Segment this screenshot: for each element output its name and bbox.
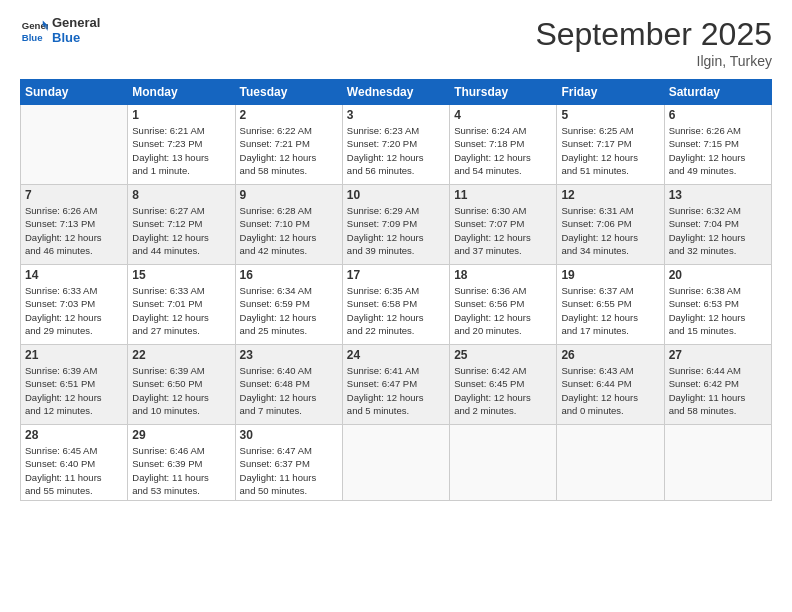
day-info: Sunrise: 6:40 AMSunset: 6:48 PMDaylight:… (240, 364, 338, 417)
day-info: Sunrise: 6:33 AMSunset: 7:01 PMDaylight:… (132, 284, 230, 337)
day-info: Sunrise: 6:45 AMSunset: 6:40 PMDaylight:… (25, 444, 123, 497)
logo-blue-text: Blue (52, 31, 100, 46)
calendar-day-cell: 18Sunrise: 6:36 AMSunset: 6:56 PMDayligh… (450, 265, 557, 345)
calendar-day-cell: 19Sunrise: 6:37 AMSunset: 6:55 PMDayligh… (557, 265, 664, 345)
day-info: Sunrise: 6:31 AMSunset: 7:06 PMDaylight:… (561, 204, 659, 257)
day-number: 25 (454, 348, 552, 362)
day-info: Sunrise: 6:23 AMSunset: 7:20 PMDaylight:… (347, 124, 445, 177)
day-header-friday: Friday (557, 80, 664, 105)
calendar-day-cell: 21Sunrise: 6:39 AMSunset: 6:51 PMDayligh… (21, 345, 128, 425)
calendar-day-cell: 26Sunrise: 6:43 AMSunset: 6:44 PMDayligh… (557, 345, 664, 425)
calendar-day-cell: 3Sunrise: 6:23 AMSunset: 7:20 PMDaylight… (342, 105, 449, 185)
day-info: Sunrise: 6:28 AMSunset: 7:10 PMDaylight:… (240, 204, 338, 257)
calendar-day-cell: 22Sunrise: 6:39 AMSunset: 6:50 PMDayligh… (128, 345, 235, 425)
calendar: SundayMondayTuesdayWednesdayThursdayFrid… (20, 79, 772, 501)
day-number: 2 (240, 108, 338, 122)
calendar-day-cell (450, 425, 557, 501)
calendar-day-cell: 25Sunrise: 6:42 AMSunset: 6:45 PMDayligh… (450, 345, 557, 425)
calendar-day-cell: 14Sunrise: 6:33 AMSunset: 7:03 PMDayligh… (21, 265, 128, 345)
day-info: Sunrise: 6:42 AMSunset: 6:45 PMDaylight:… (454, 364, 552, 417)
day-header-tuesday: Tuesday (235, 80, 342, 105)
calendar-day-cell: 17Sunrise: 6:35 AMSunset: 6:58 PMDayligh… (342, 265, 449, 345)
calendar-day-cell: 11Sunrise: 6:30 AMSunset: 7:07 PMDayligh… (450, 185, 557, 265)
calendar-week-row: 1Sunrise: 6:21 AMSunset: 7:23 PMDaylight… (21, 105, 772, 185)
day-info: Sunrise: 6:37 AMSunset: 6:55 PMDaylight:… (561, 284, 659, 337)
day-info: Sunrise: 6:27 AMSunset: 7:12 PMDaylight:… (132, 204, 230, 257)
calendar-day-cell (664, 425, 771, 501)
day-number: 19 (561, 268, 659, 282)
calendar-week-row: 21Sunrise: 6:39 AMSunset: 6:51 PMDayligh… (21, 345, 772, 425)
svg-text:Blue: Blue (22, 32, 43, 43)
day-info: Sunrise: 6:46 AMSunset: 6:39 PMDaylight:… (132, 444, 230, 497)
day-number: 1 (132, 108, 230, 122)
calendar-day-cell: 4Sunrise: 6:24 AMSunset: 7:18 PMDaylight… (450, 105, 557, 185)
day-info: Sunrise: 6:41 AMSunset: 6:47 PMDaylight:… (347, 364, 445, 417)
day-info: Sunrise: 6:26 AMSunset: 7:15 PMDaylight:… (669, 124, 767, 177)
calendar-day-cell: 12Sunrise: 6:31 AMSunset: 7:06 PMDayligh… (557, 185, 664, 265)
calendar-day-cell (21, 105, 128, 185)
calendar-header-row: SundayMondayTuesdayWednesdayThursdayFrid… (21, 80, 772, 105)
day-number: 12 (561, 188, 659, 202)
day-info: Sunrise: 6:39 AMSunset: 6:50 PMDaylight:… (132, 364, 230, 417)
day-info: Sunrise: 6:22 AMSunset: 7:21 PMDaylight:… (240, 124, 338, 177)
day-info: Sunrise: 6:26 AMSunset: 7:13 PMDaylight:… (25, 204, 123, 257)
day-header-monday: Monday (128, 80, 235, 105)
day-number: 13 (669, 188, 767, 202)
day-info: Sunrise: 6:33 AMSunset: 7:03 PMDaylight:… (25, 284, 123, 337)
day-number: 17 (347, 268, 445, 282)
calendar-week-row: 14Sunrise: 6:33 AMSunset: 7:03 PMDayligh… (21, 265, 772, 345)
day-header-thursday: Thursday (450, 80, 557, 105)
day-info: Sunrise: 6:30 AMSunset: 7:07 PMDaylight:… (454, 204, 552, 257)
calendar-day-cell: 5Sunrise: 6:25 AMSunset: 7:17 PMDaylight… (557, 105, 664, 185)
day-number: 8 (132, 188, 230, 202)
calendar-day-cell: 30Sunrise: 6:47 AMSunset: 6:37 PMDayligh… (235, 425, 342, 501)
day-number: 6 (669, 108, 767, 122)
day-number: 14 (25, 268, 123, 282)
day-number: 3 (347, 108, 445, 122)
title-block: September 2025 Ilgin, Turkey (535, 16, 772, 69)
calendar-day-cell: 8Sunrise: 6:27 AMSunset: 7:12 PMDaylight… (128, 185, 235, 265)
location: Ilgin, Turkey (535, 53, 772, 69)
day-number: 5 (561, 108, 659, 122)
day-info: Sunrise: 6:21 AMSunset: 7:23 PMDaylight:… (132, 124, 230, 177)
day-number: 10 (347, 188, 445, 202)
calendar-week-row: 7Sunrise: 6:26 AMSunset: 7:13 PMDaylight… (21, 185, 772, 265)
day-number: 15 (132, 268, 230, 282)
day-number: 26 (561, 348, 659, 362)
calendar-day-cell: 7Sunrise: 6:26 AMSunset: 7:13 PMDaylight… (21, 185, 128, 265)
day-number: 7 (25, 188, 123, 202)
calendar-day-cell: 28Sunrise: 6:45 AMSunset: 6:40 PMDayligh… (21, 425, 128, 501)
day-info: Sunrise: 6:32 AMSunset: 7:04 PMDaylight:… (669, 204, 767, 257)
day-info: Sunrise: 6:39 AMSunset: 6:51 PMDaylight:… (25, 364, 123, 417)
month-title: September 2025 (535, 16, 772, 53)
calendar-day-cell: 9Sunrise: 6:28 AMSunset: 7:10 PMDaylight… (235, 185, 342, 265)
calendar-day-cell: 24Sunrise: 6:41 AMSunset: 6:47 PMDayligh… (342, 345, 449, 425)
day-info: Sunrise: 6:25 AMSunset: 7:17 PMDaylight:… (561, 124, 659, 177)
day-number: 23 (240, 348, 338, 362)
logo-icon: General Blue (20, 17, 48, 45)
day-header-saturday: Saturday (664, 80, 771, 105)
calendar-day-cell: 23Sunrise: 6:40 AMSunset: 6:48 PMDayligh… (235, 345, 342, 425)
day-number: 22 (132, 348, 230, 362)
calendar-day-cell: 13Sunrise: 6:32 AMSunset: 7:04 PMDayligh… (664, 185, 771, 265)
calendar-day-cell: 27Sunrise: 6:44 AMSunset: 6:42 PMDayligh… (664, 345, 771, 425)
day-info: Sunrise: 6:35 AMSunset: 6:58 PMDaylight:… (347, 284, 445, 337)
day-info: Sunrise: 6:34 AMSunset: 6:59 PMDaylight:… (240, 284, 338, 337)
calendar-day-cell: 1Sunrise: 6:21 AMSunset: 7:23 PMDaylight… (128, 105, 235, 185)
day-info: Sunrise: 6:43 AMSunset: 6:44 PMDaylight:… (561, 364, 659, 417)
calendar-day-cell: 29Sunrise: 6:46 AMSunset: 6:39 PMDayligh… (128, 425, 235, 501)
day-number: 9 (240, 188, 338, 202)
day-number: 21 (25, 348, 123, 362)
calendar-week-row: 28Sunrise: 6:45 AMSunset: 6:40 PMDayligh… (21, 425, 772, 501)
day-number: 27 (669, 348, 767, 362)
calendar-day-cell: 20Sunrise: 6:38 AMSunset: 6:53 PMDayligh… (664, 265, 771, 345)
day-number: 4 (454, 108, 552, 122)
day-number: 29 (132, 428, 230, 442)
logo: General Blue General Blue (20, 16, 100, 46)
day-number: 30 (240, 428, 338, 442)
day-info: Sunrise: 6:47 AMSunset: 6:37 PMDaylight:… (240, 444, 338, 497)
page-header: General Blue General Blue September 2025… (20, 16, 772, 69)
calendar-day-cell: 15Sunrise: 6:33 AMSunset: 7:01 PMDayligh… (128, 265, 235, 345)
day-info: Sunrise: 6:36 AMSunset: 6:56 PMDaylight:… (454, 284, 552, 337)
calendar-day-cell: 2Sunrise: 6:22 AMSunset: 7:21 PMDaylight… (235, 105, 342, 185)
